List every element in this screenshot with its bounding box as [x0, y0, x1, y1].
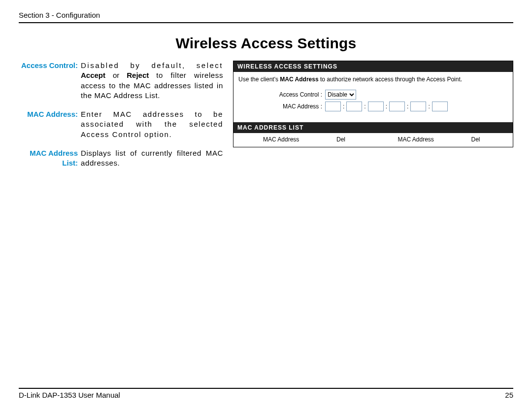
- mac-octet-6[interactable]: [432, 102, 448, 111]
- desc-label-mac-list: MAC Address List:: [19, 148, 81, 169]
- footer-left: D-Link DAP-1353 User Manual: [19, 391, 120, 399]
- label-access-control: Access Control :: [238, 91, 325, 98]
- mac-sep: :: [364, 103, 366, 110]
- page-footer: D-Link DAP-1353 User Manual 25: [19, 388, 513, 399]
- col-mac-2: MAC Address: [373, 136, 471, 143]
- text-bold-accept: Accept: [81, 71, 105, 79]
- mac-octet-4[interactable]: [389, 102, 405, 111]
- footer-page-number: 25: [505, 391, 513, 399]
- mac-sep: :: [343, 103, 344, 110]
- col-del-2: Del: [471, 136, 508, 143]
- mac-sep: :: [386, 103, 387, 110]
- mac-sep: :: [428, 103, 430, 110]
- mac-octet-2[interactable]: [346, 102, 362, 111]
- col-del-1: Del: [336, 136, 373, 143]
- desc-mac-list: MAC Address List: Displays list of curre…: [19, 148, 223, 169]
- mac-octet-3[interactable]: [368, 102, 384, 111]
- text-frag: MAC Address: [30, 149, 78, 157]
- access-control-select[interactable]: Disable: [325, 90, 356, 100]
- panel-hint: Use the client's MAC Address to authoriz…: [238, 76, 508, 83]
- desc-text-access-control: Disabled by default, select Accept or Re…: [81, 61, 223, 101]
- mac-sep: :: [407, 103, 408, 110]
- panel-body-wireless: Use the client's MAC Address to authoriz…: [233, 72, 513, 122]
- text-frag: Use the client's: [238, 76, 278, 83]
- label-mac-address: MAC Address :: [238, 103, 325, 110]
- mac-list-header: MAC Address Del MAC Address Del: [233, 133, 513, 147]
- text-bold-reject: Reject: [127, 71, 149, 79]
- desc-mac-address: MAC Address: Enter MAC addresses to be a…: [19, 109, 223, 139]
- mac-octet-5[interactable]: [410, 102, 426, 111]
- mac-input-group: : : : : :: [325, 102, 448, 111]
- text-frag: to authorize network access through the …: [320, 76, 462, 83]
- row-access-control: Access Control : Disable: [238, 90, 508, 100]
- page-title: Wireless Access Settings: [19, 35, 513, 52]
- desc-access-control: Access Control: Disabled by default, sel…: [19, 61, 223, 101]
- text-bold-mac: MAC Address: [280, 76, 318, 83]
- content-columns: Access Control: Disabled by default, sel…: [19, 61, 513, 177]
- text-frag: or: [113, 71, 119, 79]
- desc-label-access-control: Access Control:: [19, 61, 81, 101]
- text-frag: List:: [62, 159, 78, 167]
- desc-text-mac-address: Enter MAC addresses to be associated wit…: [81, 109, 223, 139]
- desc-label-mac-address: MAC Address:: [19, 109, 81, 139]
- mac-octet-1[interactable]: [325, 102, 341, 111]
- descriptions-column: Access Control: Disabled by default, sel…: [19, 61, 223, 177]
- row-mac-address: MAC Address : : : : : :: [238, 102, 508, 111]
- panel-title-wireless-settings: WIRELESS ACCESS SETTINGS: [233, 61, 513, 72]
- text-frag: Disabled by default, select: [81, 61, 223, 69]
- section-header: Section 3 - Configuration: [19, 11, 513, 23]
- panel-title-mac-list: MAC ADDRESS LIST: [233, 122, 513, 133]
- desc-text-mac-list: Displays list of currently filtered MAC …: [81, 148, 223, 169]
- col-mac-1: MAC Address: [238, 136, 336, 143]
- settings-panel: WIRELESS ACCESS SETTINGS Use the client'…: [233, 61, 513, 147]
